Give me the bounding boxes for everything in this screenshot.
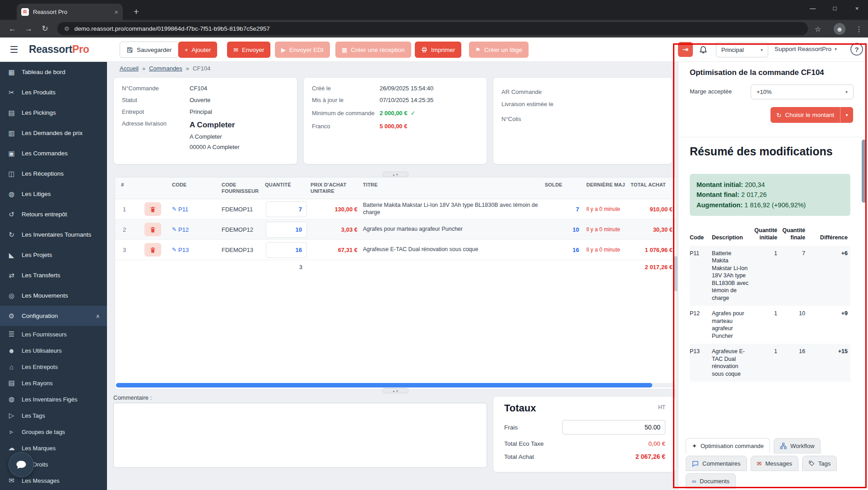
messages-icon: ✉ [7,476,16,485]
table-collapse-handle[interactable]: ▴▾ [382,172,408,177]
order-summary-card: N°CommandeCF104 StatutOuverte EntrepotPr… [113,77,297,164]
fees-input[interactable] [562,420,665,434]
breadcrumb-commandes[interactable]: Commandes [149,65,182,72]
comment-textarea[interactable] [113,403,487,468]
forward-button[interactable]: → [22,22,36,36]
sidebar-item-litiges[interactable]: ◍Les Litiges [0,184,107,204]
create-reception-button: ▦ Créer une réception [335,42,411,58]
add-button[interactable]: + Ajouter [178,42,217,58]
tab-optimisation-commande[interactable]: ✦ Optimisation commande [686,438,770,453]
tab-workflow[interactable]: Workflow [774,438,821,453]
sidebar-item-groupes-de-tags[interactable]: ▹Groupes de tags [0,424,107,440]
margin-select[interactable]: +10% ▾ [751,84,854,99]
app-logo[interactable]: ReassortPro [29,43,89,56]
sidebar-item-pickings[interactable]: ▤Les Pickings [0,103,107,123]
order-dates-card: Créé le26/09/2025 15:54:40 Mis à jour le… [303,77,487,164]
sidebar-item-inventaires-figes[interactable]: ◍Les Inventaires Figés [0,391,107,407]
profile-avatar[interactable]: ☻ [834,23,845,35]
delete-row-button[interactable] [144,243,161,257]
main-scrollbar-thumb[interactable] [674,256,678,291]
warehouse-select[interactable]: Principal ▾ [716,42,768,57]
product-code-link[interactable]: ✎P11 [172,206,222,213]
margin-value: +10% [757,89,772,95]
balance-value: 7 [545,206,586,213]
send-button[interactable]: ✉ Envoyer [227,42,270,58]
panel-toggle-button[interactable]: ⇥ [678,42,693,57]
sidebar-item-tags[interactable]: ▷Les Tags [0,407,107,424]
col-supplier-code: CODE FOURNISSEUR [222,182,265,195]
panel-scrollbar-thumb[interactable] [862,140,866,203]
horizontal-scrollbar[interactable] [116,383,675,387]
sidebar-item-tableau-de-bord[interactable]: ▦Tableau de bord [0,62,107,82]
delete-row-button[interactable] [144,202,161,216]
sidebar-item-entrepots[interactable]: ⌂Les Entrepots [0,359,107,375]
bookmark-star-icon[interactable]: ☆ [812,23,824,35]
back-button[interactable]: ← [5,22,19,36]
tab-commentaires[interactable]: Commentaires [686,456,747,471]
chat-widget-button[interactable] [9,452,34,477]
sidebar-item-retours-entrepot[interactable]: ↺Retours entrepôt [0,204,107,224]
browser-menu-icon[interactable]: ⋮ [853,23,865,35]
created-value: 26/09/2025 15:54:40 [380,85,433,93]
help-button[interactable]: ? [850,43,863,56]
save-button[interactable]: Sauvegarder [120,42,178,58]
sidebar-item-configuration[interactable]: ⚙Configuration∧ [0,306,107,326]
sidebar-item-demandes-de-prix[interactable]: ▥Les Demandes de prix [0,123,107,143]
tab-tags[interactable]: Tags [802,456,837,471]
window-close-button[interactable]: × [846,0,868,16]
maximize-button[interactable]: □ [824,0,846,16]
delete-row-button[interactable] [144,223,161,236]
refresh-button[interactable]: ↻ [38,22,52,36]
support-menu[interactable]: Support ReassortPro ▾ [775,46,837,52]
sidebar-item-produits[interactable]: ✂Les Produits [0,82,107,103]
sidebar-item-mouvements[interactable]: ◎Les Mouvements [0,285,107,306]
sidebar-item-utilisateurs[interactable]: ☻Les Utilisateurs [0,342,107,359]
movements-icon: ◎ [7,292,16,300]
breadcrumb: Accueil » Commandes » CF104 [120,65,210,72]
breadcrumb-home[interactable]: Accueil [120,65,139,72]
sidebar-item-transferts[interactable]: ⇄Les Transferts [0,265,107,285]
sidebar-item-fournisseurs[interactable]: ☰Les Fournisseurs [0,326,107,342]
sidebar-item-rayons[interactable]: ▤Les Rayons [0,375,107,391]
window-controls: — □ × [802,0,868,16]
col-title: TITRE [363,182,545,188]
quantity-input[interactable]: 16 [266,242,307,258]
url-bar[interactable]: ⚙ demo.reassort.pro/commande/0199864d-f7… [57,22,808,35]
mod-difference: +15 [807,348,850,355]
product-code-link[interactable]: ✎P12 [172,226,222,233]
quantity-input[interactable]: 7 [266,201,307,217]
disputes-icon: ◍ [7,190,16,198]
minimize-button[interactable]: — [802,0,824,16]
site-settings-icon[interactable]: ⚙ [64,25,70,32]
sidebar-item-projets[interactable]: ◣Les Projets [0,245,107,265]
brands-icon: ☁ [7,444,16,452]
frozen-inventory-icon: ◍ [7,395,16,403]
tab-close-icon[interactable]: × [114,8,118,16]
refresh-cycle-icon: ↻ [776,112,781,119]
minimum-order-value: 2 000,00 €✓ [380,110,415,117]
sidebar-item-receptions[interactable]: ◫Les Réceptions [0,163,107,184]
help-icon: ? [854,46,859,53]
product-code-link[interactable]: ✎P13 [172,247,222,253]
choose-amount-caret[interactable]: ▾ [840,107,853,123]
address-name: A Completer [190,120,240,130]
tab-messages[interactable]: ✉ Messages [751,456,798,471]
col-balance: SOLDE [545,182,586,188]
product-title: Agrafes pour marteau agrafeur Puncher [363,226,545,233]
tab-documents[interactable]: ∞ Documents [686,473,736,489]
sidebar-item-commandes[interactable]: ▣Les Commandes [0,143,107,163]
table-collapse-handle[interactable]: ▴▾ [382,388,408,393]
initial-amount-label: Montant initial: [696,181,743,188]
new-tab-button[interactable]: + [130,5,143,18]
notifications-button[interactable] [699,45,708,54]
trash-icon [149,226,156,233]
browser-tab[interactable]: R Reassort Pro × [17,4,123,20]
sidebar-item-inventaires-tournants[interactable]: ↻Les Inventaires Tournants [0,224,107,245]
address-line: A Completer [190,133,240,141]
print-button[interactable]: Imprimer [415,42,461,58]
hamburger-menu-icon[interactable]: ☰ [6,42,22,57]
choose-amount-button[interactable]: ↻ Choisir le montant ▾ [771,107,853,123]
summary-title: Résumé des modifications [690,145,833,158]
horizontal-scrollbar-thumb[interactable] [116,383,652,387]
quantity-input[interactable]: 10 [266,222,307,238]
